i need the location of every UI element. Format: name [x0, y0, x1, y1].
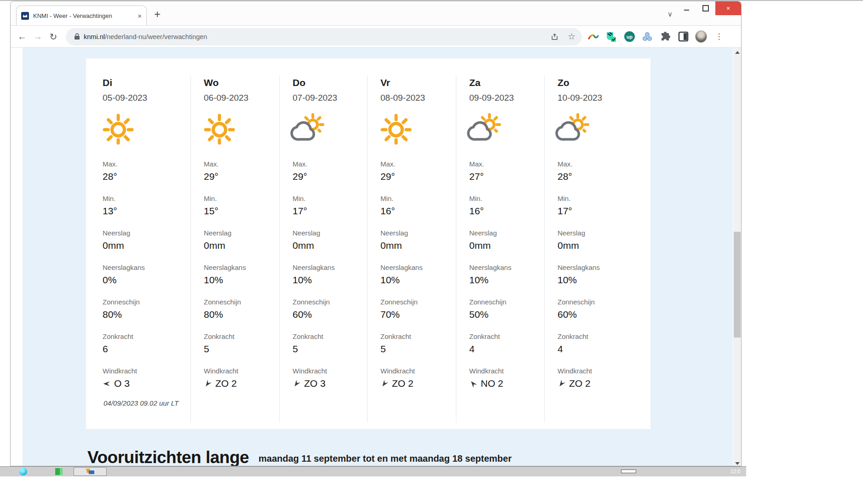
scrollbar-thumb[interactable] [734, 232, 741, 338]
min-value: 13° [103, 205, 190, 217]
maximize-button[interactable] [696, 1, 715, 15]
tab-title: KNMI - Weer - Verwachtingen [33, 12, 134, 19]
neerslag-label: Neerslag [380, 229, 456, 237]
window-controls: × [677, 1, 741, 15]
taskbar-app-icon-green[interactable] [55, 468, 63, 475]
zonkracht-value: 5 [380, 343, 456, 355]
zonkracht-value: 5 [204, 343, 279, 355]
bookmark-star-icon[interactable]: ☆ [568, 31, 575, 42]
zonneschijn-label: Zonneschijn [293, 298, 367, 306]
max-label: Max. [204, 160, 279, 168]
zonkracht-value: 4 [469, 343, 544, 355]
min-label: Min. [469, 195, 544, 203]
windkracht-label: Windkracht [103, 367, 190, 375]
day-name: Di [103, 77, 190, 88]
neerslagkans-value: 0% [103, 274, 190, 286]
zonkracht-value: 4 [558, 343, 650, 355]
taskbar-clock: 12:0 [731, 469, 740, 474]
side-panel-icon[interactable] [677, 31, 689, 43]
neerslag-label: Neerslag [204, 229, 279, 237]
day-name: Wo [204, 77, 279, 88]
tab-close-icon[interactable]: × [138, 12, 142, 19]
wind-direction-arrow-icon [468, 378, 479, 389]
day-name: Zo [558, 77, 650, 88]
knmi-favicon [21, 12, 29, 20]
back-button[interactable]: ← [14, 31, 30, 42]
address-bar[interactable]: knmi.nl/nederland-nu/weer/verwachtingen … [66, 28, 582, 46]
up-extension-icon[interactable]: up [623, 31, 635, 43]
forward-button[interactable]: → [30, 31, 46, 42]
wind-direction-arrow-icon [202, 378, 213, 389]
forecast-columns: Di 05-09-2023 Max.28° Min.13° Neerslag0m… [86, 75, 650, 423]
weather-icon [466, 110, 503, 147]
chrome-menu-kebab-icon[interactable]: ⋮ [713, 31, 725, 43]
browser-tab[interactable]: KNMI - Weer - Verwachtingen × [16, 6, 147, 25]
day-name: Za [469, 77, 544, 88]
day-date: 08-09-2023 [380, 93, 456, 103]
scroll-up-arrow-icon[interactable] [735, 51, 740, 54]
windkracht-label: Windkracht [380, 367, 456, 375]
windkracht-value: ZO 2 [569, 378, 591, 389]
max-value: 28° [558, 171, 650, 183]
day-date: 10-09-2023 [558, 93, 650, 103]
profile-avatar[interactable] [695, 31, 707, 43]
neerslagkans-label: Neerslagkans [293, 263, 367, 272]
windkracht-label: Windkracht [293, 367, 367, 375]
min-label: Min. [103, 195, 190, 203]
page-scrollbar[interactable] [733, 48, 741, 466]
zonneschijn-value: 50% [469, 309, 544, 321]
scroll-down-arrow-icon[interactable] [735, 462, 740, 465]
windkracht-label: Windkracht [469, 367, 544, 375]
taskbar-tray-widget[interactable] [621, 470, 636, 473]
close-window-button[interactable]: × [715, 1, 741, 15]
neerslagkans-value: 10% [204, 274, 279, 286]
extensions-puzzle-icon[interactable] [659, 31, 671, 43]
zonneschijn-value: 60% [293, 309, 367, 321]
forecast-day-column: Di 05-09-2023 Max.28° Min.13° Neerslag0m… [86, 75, 190, 423]
day-date: 05-09-2023 [103, 93, 190, 103]
taskbar: 12:0 [0, 466, 746, 476]
cluster-extension-icon[interactable] [641, 31, 653, 43]
zonkracht-value: 5 [293, 343, 367, 355]
neerslagkans-label: Neerslagkans [204, 263, 279, 272]
min-value: 15° [204, 205, 279, 217]
zonkracht-label: Zonkracht [204, 332, 279, 341]
shield-check-extension-icon[interactable] [605, 31, 617, 43]
zonkracht-label: Zonkracht [558, 332, 650, 341]
zonkracht-label: Zonkracht [380, 332, 456, 341]
taskbar-app-icon-circle[interactable] [19, 468, 27, 475]
colorful-arc-extension-icon[interactable] [587, 31, 599, 43]
sun-behind-cloud-icon [290, 110, 327, 147]
forecast-timestamp: 04/09/2023 09.02 uur LT [104, 399, 178, 407]
neerslag-label: Neerslag [293, 229, 367, 237]
reload-button[interactable]: ↻ [46, 31, 61, 42]
forecast-card: Di 05-09-2023 Max.28° Min.13° Neerslag0m… [86, 58, 650, 429]
min-label: Min. [293, 195, 367, 203]
taskbar-active-app-button[interactable] [74, 467, 107, 476]
max-label: Max. [293, 160, 367, 168]
forecast-day-column: Wo 06-09-2023 Max.29° Min.15° Neerslag0m… [190, 75, 279, 423]
share-icon[interactable] [550, 32, 559, 41]
day-date: 06-09-2023 [204, 93, 279, 103]
url-host: knmi.nl [84, 33, 105, 40]
day-date: 09-09-2023 [469, 93, 544, 103]
url-text: knmi.nl/nederland-nu/weer/verwachtingen [84, 33, 542, 40]
sunny-icon [201, 110, 238, 147]
neerslagkans-label: Neerslagkans [380, 263, 456, 272]
windkracht-value: ZO 2 [392, 378, 414, 389]
zonkracht-value: 6 [103, 343, 190, 355]
svg-text:up: up [627, 34, 633, 40]
weather-icon [555, 110, 592, 147]
tab-strip: KNMI - Weer - Verwachtingen × + ∨ × [11, 1, 741, 26]
wind-direction-arrow-icon [379, 378, 390, 389]
zonkracht-label: Zonkracht [103, 332, 190, 341]
wind-direction-arrow-icon [103, 380, 110, 388]
max-label: Max. [558, 160, 650, 168]
windkracht-value: NO 2 [481, 378, 503, 389]
url-path: /nederland-nu/weer/verwachtingen [105, 33, 207, 40]
new-tab-button[interactable]: + [154, 9, 161, 20]
max-label: Max. [380, 160, 456, 168]
tab-search-chevron-icon[interactable]: ∨ [667, 10, 673, 18]
zonneschijn-value: 60% [558, 309, 650, 321]
minimize-button[interactable] [677, 1, 696, 15]
